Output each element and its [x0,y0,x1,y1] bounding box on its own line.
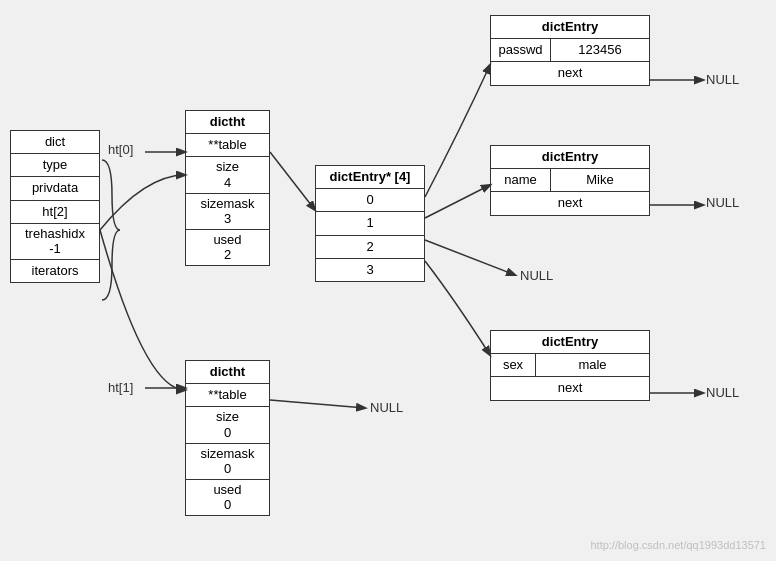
null2-label: NULL [706,195,739,210]
dictht0-sizemask: sizemask3 [186,194,269,230]
diagram: dict type privdata ht[2] trehashidx-1 it… [0,0,776,561]
entry-array-title: dictEntry* [4] [316,166,424,189]
entry-array-2: 2 [316,236,424,259]
dictentry2-key: name [491,169,551,191]
entry-array-0: 0 [316,189,424,212]
watermark: http://blog.csdn.net/qq1993dd13571 [590,539,766,551]
dict-cell-privdata: privdata [11,177,99,200]
dictentry1-title: dictEntry [491,16,649,39]
dictht1-box: dictht **table size0 sizemask0 used0 [185,360,270,516]
dictentry1-next: next [491,62,649,84]
entry-array-box: dictEntry* [4] 0 1 2 3 [315,165,425,282]
dictht0-title: dictht [186,111,269,134]
dict-cell-dict: dict [11,131,99,154]
entry-array-1: 1 [316,212,424,235]
svg-line-1 [425,185,490,218]
svg-line-0 [270,152,315,210]
dict-cell-ht2: ht[2] [11,201,99,224]
null3-label: NULL [520,268,553,283]
svg-line-2 [425,240,515,275]
dictentry3-title: dictEntry [491,331,649,354]
dictentry2-box: dictEntry name Mike next [490,145,650,216]
ht1-label: ht[1] [108,380,133,395]
dictentry3-val: male [536,354,649,376]
dictht0-used: used2 [186,230,269,265]
dictht1-sizemask: sizemask0 [186,444,269,480]
dictentry2-title: dictEntry [491,146,649,169]
null1-label: NULL [706,72,739,87]
dictht1-title: dictht [186,361,269,384]
dictentry1-kv: passwd 123456 [491,39,649,62]
dictht0-size: size4 [186,157,269,193]
dictht0-table: **table [186,134,269,157]
dictht1-used: used0 [186,480,269,515]
dict-cell-rehashidx: trehashidx-1 [11,224,99,260]
dictht1-table: **table [186,384,269,407]
svg-line-6 [270,400,365,408]
dict-cell-type: type [11,154,99,177]
dictht1-size: size0 [186,407,269,443]
dictentry2-next: next [491,192,649,214]
dictentry3-key: sex [491,354,536,376]
dictentry2-kv: name Mike [491,169,649,192]
dictht0-box: dictht **table size4 sizemask3 used2 [185,110,270,266]
dictentry1-box: dictEntry passwd 123456 next [490,15,650,86]
dictentry3-box: dictEntry sex male next [490,330,650,401]
dict-box: dict type privdata ht[2] trehashidx-1 it… [10,130,100,283]
null4-label: NULL [370,400,403,415]
dictentry3-next: next [491,377,649,399]
null5-label: NULL [706,385,739,400]
dictentry2-val: Mike [551,169,649,191]
dictentry1-val: 123456 [551,39,649,61]
dictentry3-kv: sex male [491,354,649,377]
entry-array-3: 3 [316,259,424,281]
dictentry1-key: passwd [491,39,551,61]
ht0-label: ht[0] [108,142,133,157]
dict-cell-iterators: iterators [11,260,99,282]
